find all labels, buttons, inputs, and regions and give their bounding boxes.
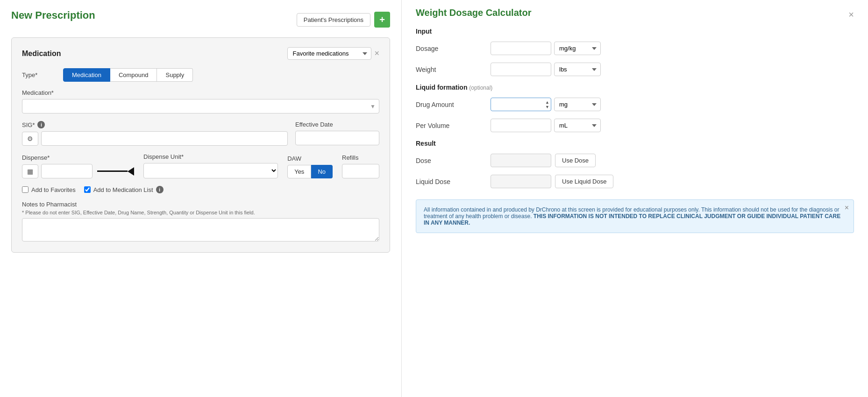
drug-amount-input[interactable]: 15 [491,98,551,111]
type-medication-button[interactable]: Medication [63,68,110,82]
notes-section: Notes to Pharmacist * Please do not ente… [22,201,379,243]
per-volume-input[interactable]: 1 [491,119,551,132]
sig-text-input[interactable] [41,131,288,146]
per-volume-unit-select[interactable]: mL L [554,119,601,132]
dosage-input[interactable]: .2 [491,42,551,55]
dispense-arrow-indicator [97,167,134,176]
input-section: Input Dosage .2 mg/kg mcg/kg g/kg Weight… [416,28,854,76]
card-title: Medication [22,50,61,58]
add-favorites-checkbox-label[interactable]: Add to Favorites [22,186,76,193]
dose-row: Dose 12.156 mg Use Dose [416,154,854,167]
disclaimer-close-button[interactable]: × [845,204,849,212]
dispense-section: Dispense* ▦ [22,154,134,178]
medication-input[interactable] [22,99,379,113]
drug-amount-decrement[interactable]: ▼ [545,105,549,109]
dispense-unit-section: Dispense Unit* [143,153,278,178]
type-button-group: Medication Compound Supply [63,68,193,82]
sig-row: SIG* i ⚙ Effective Date [22,121,379,146]
sig-input-row: ⚙ [22,131,288,146]
notes-label: Notes to Pharmacist [22,201,379,208]
medication-row: Medication* ▼ [22,89,379,113]
result-section-heading: Result [416,140,854,147]
input-section-heading: Input [416,28,854,35]
drug-amount-unit-select[interactable]: mg mcg g [554,98,601,111]
effective-date-input[interactable] [295,131,379,145]
dosage-label: Dosage [416,45,491,52]
dose-label: Dose [416,157,491,164]
calculator-title: Weight Dosage Calculator [416,7,531,18]
liquid-formation-heading: Liquid formation (optional) [416,84,854,91]
dispense-label: Dispense* [22,154,134,161]
card-header: Medication Favorite medications × [22,47,379,60]
sig-section: SIG* i ⚙ [22,121,288,146]
use-dose-button[interactable]: Use Dose [555,154,596,167]
favorite-medications-select[interactable]: Favorite medications [287,47,371,60]
effective-date-label: Effective Date [295,121,379,128]
daw-label: DAW [287,155,333,162]
refills-input[interactable]: 0 [342,164,379,178]
add-favorites-checkbox[interactable] [22,186,28,193]
dispense-unit-select[interactable] [143,163,278,178]
type-label: Type* [22,71,59,78]
daw-button-group: Yes No [287,165,333,178]
calculator-close-button[interactable]: × [848,9,854,20]
disclaimer-box: × All information contained in and produ… [416,199,854,233]
right-panel: Weight Dosage Calculator × Input Dosage … [402,0,868,397]
drug-amount-spinner-wrapper: 15 ▲ ▼ [491,98,551,111]
add-med-list-checkbox[interactable] [84,186,91,193]
liquid-dose-label: Liquid Dose [416,178,491,185]
dispense-input-row: ▦ [22,164,134,178]
dispense-unit-label: Dispense Unit* [143,153,278,160]
type-supply-button[interactable]: Supply [157,68,193,82]
patients-prescriptions-button[interactable]: Patient's Prescriptions [297,13,370,27]
sig-info-icon[interactable]: i [37,121,45,128]
dispense-input[interactable] [41,164,92,178]
add-prescription-button[interactable]: + [374,12,390,28]
per-volume-label: Per Volume [416,122,491,129]
type-compound-button[interactable]: Compound [110,68,157,82]
page-title: New Prescription [11,9,95,21]
result-section: Result Dose 12.156 mg Use Dose Liquid Do… [416,140,854,188]
sig-label-row: SIG* i [22,121,288,128]
add-favorites-label: Add to Favorites [31,186,76,193]
notes-textarea[interactable] [22,218,379,241]
header-row: New Prescription Patient's Prescriptions… [11,9,390,30]
liquid-dose-row: Liquid Dose 0.81 ml Use Liquid Dose [416,175,854,188]
sig-label: SIG* [22,121,35,128]
weight-row: Weight 134 lbs kg [416,63,854,76]
medication-card: Medication Favorite medications × Type* … [11,37,390,253]
type-row: Type* Medication Compound Supply [22,68,379,82]
effective-date-section: Effective Date [295,121,379,145]
drug-amount-spinners: ▲ ▼ [545,100,549,109]
medication-label: Medication* [22,89,379,96]
dispense-calculator-button[interactable]: ▦ [22,164,38,178]
checkbox-row: Add to Favorites Add to Medication List … [22,186,379,193]
add-med-list-checkbox-label[interactable]: Add to Medication List i [84,186,164,193]
weight-input[interactable]: 134 [491,63,551,76]
drug-amount-increment[interactable]: ▲ [545,100,549,104]
notes-sub-label: * Please do not enter SIG, Effective Dat… [22,210,379,215]
sig-gear-button[interactable]: ⚙ [22,132,38,146]
dose-result-input: 12.156 mg [491,154,551,167]
drug-amount-label: Drug Amount [416,101,491,108]
refills-label: Refills [342,154,379,161]
card-close-button[interactable]: × [374,49,379,58]
weight-label: Weight [416,66,491,73]
title-close-row: Weight Dosage Calculator × [416,7,854,28]
med-list-info-icon[interactable]: i [156,186,164,193]
dosage-row: Dosage .2 mg/kg mcg/kg g/kg [416,42,854,55]
daw-yes-button[interactable]: Yes [287,165,311,178]
use-liquid-dose-button[interactable]: Use Liquid Dose [555,175,613,188]
daw-no-button[interactable]: No [311,165,333,178]
add-med-list-label: Add to Medication List [93,186,153,193]
fav-med-row: Favorite medications × [287,47,379,60]
dosage-unit-select[interactable]: mg/kg mcg/kg g/kg [554,42,601,55]
liquid-formation-section: Liquid formation (optional) Drug Amount … [416,84,854,132]
left-panel: New Prescription Patient's Prescriptions… [0,0,402,397]
medication-input-wrapper: ▼ [22,99,379,113]
weight-unit-select[interactable]: lbs kg [554,63,601,76]
per-volume-row: Per Volume 1 mL L [416,119,854,132]
liquid-dose-result-input: 0.81 ml [491,175,551,188]
drug-amount-row: Drug Amount 15 ▲ ▼ mg mcg g [416,98,854,111]
daw-section: DAW Yes No [287,155,333,178]
